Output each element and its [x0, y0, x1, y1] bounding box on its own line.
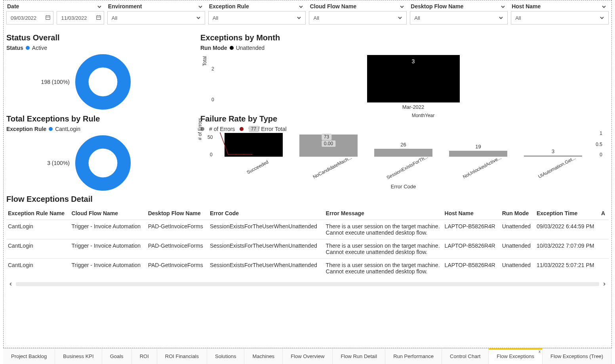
tab-roi-calculations[interactable]: ROI Calculations	[611, 349, 615, 364]
exceptions-month-legend-title: Run Mode	[200, 45, 227, 51]
exceptions-month-chart[interactable]: Total 2 0 3 Mar-2022 MonthYear	[200, 55, 606, 114]
status-donut-chart[interactable]: 198 (100%)	[6, 54, 200, 110]
filter-desktop-flow-value: All	[414, 15, 420, 21]
exceptions-month-legend[interactable]: Run Mode Unattended	[200, 45, 606, 51]
filter-environment: Environment All	[107, 3, 205, 25]
tab-flow-exceptions-tree-[interactable]: Flow Exceptions (Tree)	[543, 349, 611, 364]
col-left-1: Status Overall Status Active 198 (100%)	[6, 25, 200, 110]
failure-rate-chart[interactable]: # of Errors 50 0 1 0.5 0 77 730.00 26 19…	[200, 132, 606, 188]
col-left-2: Total Exceptions by Rule Exception Rule …	[6, 110, 200, 191]
tab-flow-exceptions[interactable]: Flow Exceptionsx	[489, 349, 543, 364]
legend-dot-icon	[49, 127, 53, 131]
status-overall-legend[interactable]: Status Active	[6, 45, 200, 51]
month-ytick-0: 0	[211, 97, 214, 102]
svg-rect-4	[97, 15, 101, 19]
chevron-down-icon	[499, 15, 503, 20]
fr-xlabel: Error Code	[200, 184, 606, 190]
filter-environment-value: All	[112, 15, 117, 21]
cell-error: SessionExistsForTheUserWhenUnattended	[208, 239, 324, 259]
date-to-input[interactable]: 11/03/2022	[57, 11, 104, 25]
fr-ylabel: # of Errors	[197, 118, 203, 140]
th-host[interactable]: Host Name	[443, 208, 501, 220]
filter-row: Date 09/03/2022 11/03/2022 Environment	[6, 3, 609, 25]
table-row[interactable]: CantLoginTrigger - Invoice AutomationPAD…	[6, 239, 609, 259]
chevron-down-icon	[198, 4, 203, 9]
tab-roi-financials[interactable]: ROI Financials	[157, 349, 207, 364]
th-error[interactable]: Error Code	[208, 208, 324, 220]
filter-exception-rule-label: Exception Rule	[209, 3, 249, 9]
cell-host: LAPTOP-B5826R4R	[443, 239, 501, 259]
filter-cloud-flow-dropdown[interactable]: All	[309, 11, 407, 25]
filter-exception-rule-header[interactable]: Exception Rule	[208, 3, 306, 11]
failure-rate-legend[interactable]: # of Errors % of Error Total	[200, 126, 606, 132]
tab-solutions[interactable]: Solutions	[207, 349, 244, 364]
fr-ytick-50: 50	[208, 135, 213, 140]
date-from-input[interactable]: 09/03/2022	[6, 11, 53, 25]
chevron-down-icon	[297, 15, 301, 20]
fr-bar-value-1: 73	[322, 134, 331, 140]
filter-host-dropdown[interactable]: All	[511, 11, 609, 25]
svg-point-9	[82, 142, 124, 184]
exceptions-rule-donut-datalabel: 3 (100%)	[6, 160, 70, 166]
detail-table[interactable]: Exception Rule Name Cloud Flow Name Desk…	[6, 208, 609, 278]
th-extra[interactable]: A	[600, 208, 609, 220]
tab-machines[interactable]: Machines	[244, 349, 283, 364]
filter-date-header[interactable]: Date	[6, 3, 104, 11]
charts-row-2: Total Exceptions by Rule Exception Rule …	[6, 110, 609, 191]
filter-date: Date 09/03/2022 11/03/2022	[6, 3, 104, 25]
month-plot-area: 2 0 3 Mar-2022	[220, 55, 606, 102]
filter-cloud-flow-header[interactable]: Cloud Flow Name	[309, 3, 407, 11]
filter-desktop-flow-dropdown[interactable]: All	[410, 11, 508, 25]
tab-flow-overview[interactable]: Flow Overview	[283, 349, 333, 364]
exceptions-rule-donut-chart[interactable]: 3 (100%)	[6, 135, 200, 191]
month-bar-value: 3	[367, 58, 460, 64]
th-time[interactable]: Exception Time	[535, 208, 600, 220]
fr-y2tick-05: 0.5	[596, 142, 602, 147]
tab-project-backlog[interactable]: Project Backlog	[3, 349, 55, 364]
legend-dot-icon	[26, 46, 30, 50]
tab-roi[interactable]: ROI	[132, 349, 157, 364]
th-desktop[interactable]: Desktop Flow Name	[147, 208, 208, 220]
month-bar-mar2022[interactable]: 3	[367, 55, 460, 102]
scroll-track[interactable]	[16, 282, 599, 286]
chevron-down-icon	[400, 4, 404, 9]
tab-goals[interactable]: Goals	[102, 349, 132, 364]
scroll-right-icon[interactable]	[602, 281, 607, 287]
tab-flow-run-detail[interactable]: Flow Run Detail	[333, 349, 385, 364]
tab-business-kpi[interactable]: Business KPI	[55, 349, 102, 364]
svg-point-10	[220, 133, 221, 133]
month-ylabel: Total	[202, 56, 208, 66]
filter-exception-rule-dropdown[interactable]: All	[208, 11, 306, 25]
table-row[interactable]: CantLoginTrigger - Invoice AutomationPAD…	[6, 220, 609, 239]
table-row[interactable]: CantLoginTrigger - Invoice AutomationPAD…	[6, 259, 609, 278]
legend-dot-icon	[240, 127, 244, 131]
scroll-left-icon[interactable]	[8, 281, 13, 287]
th-cloud[interactable]: Cloud Flow Name	[70, 208, 147, 220]
close-icon[interactable]: x	[539, 349, 541, 354]
filter-environment-header[interactable]: Environment	[107, 3, 205, 11]
filter-environment-dropdown[interactable]: All	[107, 11, 205, 25]
th-mode[interactable]: Run Mode	[501, 208, 535, 220]
fr-trend-line	[216, 132, 256, 157]
cell-mode: Unattended	[501, 220, 535, 239]
filter-desktop-flow-header[interactable]: Desktop Flow Name	[410, 3, 508, 11]
chevron-down-icon	[602, 4, 606, 9]
tab-run-performance[interactable]: Run Performance	[385, 349, 442, 364]
chevron-down-icon	[600, 15, 604, 20]
chevron-down-icon	[299, 4, 303, 9]
cell-mode: Unattended	[501, 239, 535, 259]
exceptions-rule-legend[interactable]: Exception Rule CantLogin	[6, 126, 200, 132]
calendar-icon	[96, 15, 101, 21]
fr-bar-value-2: 26	[400, 142, 406, 148]
th-rule[interactable]: Exception Rule Name	[6, 208, 70, 220]
horizontal-scrollbar[interactable]	[8, 281, 607, 287]
cell-mode: Unattended	[501, 259, 535, 278]
chevron-down-icon	[398, 15, 402, 20]
filter-desktop-flow-label: Desktop Flow Name	[411, 3, 463, 9]
filter-host-header[interactable]: Host Name	[511, 3, 609, 11]
th-msg[interactable]: Error Message	[324, 208, 443, 220]
filter-environment-label: Environment	[108, 3, 142, 9]
filter-host: Host Name All	[511, 3, 609, 25]
tab-control-chart[interactable]: Control Chart	[442, 349, 489, 364]
cell-cloud: Trigger - Invoice Automation	[70, 220, 147, 239]
